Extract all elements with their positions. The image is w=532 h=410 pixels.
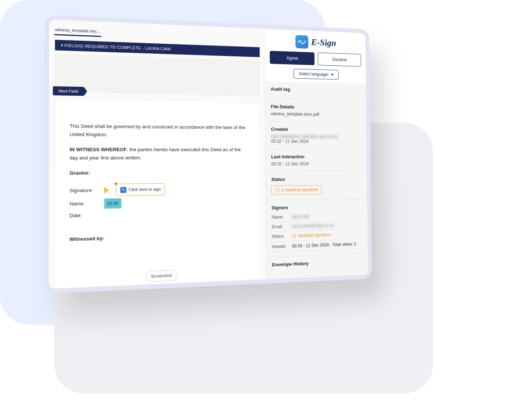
doc-paragraph: This Deed shall be governed by and const… [70, 122, 247, 139]
signer-viewed-value: 00:33 - 11 Dec 2024 - Total views: 2 [292, 239, 362, 251]
envelope-history-heading: Envelope History [272, 259, 362, 268]
screenshot-button[interactable]: Screenshot [145, 270, 178, 282]
created-heading: Created [271, 126, 361, 132]
signer-viewed-key: Viewed [272, 241, 292, 252]
field-arrow-icon [104, 187, 109, 193]
required-fields-banner: 4 FIELD(S) REQUIRED TO COMPLETE - LAURA … [55, 40, 260, 57]
signature-swoosh-icon [297, 39, 306, 45]
signers-heading: Signers [271, 204, 362, 211]
signature-field-button[interactable]: ✎ Click here to sign [116, 183, 165, 196]
date-label: Date: [69, 211, 98, 220]
agree-button[interactable]: Agree [270, 51, 314, 65]
doc-witness-line: IN WITNESS WHEREOF, the parties hereto h… [70, 145, 248, 162]
brand-name: E-Sign [311, 37, 336, 48]
signers-table: Name laura cain Email laura.cain@esign.c… [271, 211, 362, 252]
language-select[interactable]: Select language: [294, 69, 339, 79]
file-details-value: witness_template.docx.pdf [271, 111, 361, 117]
brand-logo-icon [296, 35, 309, 49]
language-select-label: Select language: [299, 71, 329, 77]
document-pane: witness_template.doc... 4 FIELD(S) REQUI… [49, 19, 266, 289]
signer-status-key: Status [272, 231, 292, 242]
previous-page-edge: Next Field [55, 54, 260, 96]
name-field-chip[interactable]: £2.00 [104, 198, 121, 209]
status-text: 1 Awaiting signature [282, 187, 318, 193]
signer-name-key: Name [271, 212, 292, 222]
signature-icon: ✎ [120, 187, 126, 193]
status-heading: Status [271, 176, 362, 182]
signer-status-value: Awaiting signature [292, 232, 331, 238]
witnessed-by-heading: Witnessed by: [69, 235, 104, 242]
audit-log-heading: Audit log [271, 86, 361, 93]
created-timestamp: 00:32 - 11 Dec 2024 [271, 139, 361, 144]
file-details-heading: File Details [271, 104, 361, 110]
signature-label: Signature: [70, 186, 98, 195]
sidebar: E-Sign Agree Decline Select language: Au… [265, 29, 368, 279]
clock-icon [275, 188, 280, 192]
created-by: Alex Waddelove (alex@e-sign.co.uk) [271, 134, 361, 139]
grantor-heading: Grantor: [70, 170, 90, 176]
document-tab[interactable]: witness_template.doc... [54, 26, 101, 37]
document-page: This Deed shall be governed by and const… [54, 99, 261, 289]
brand: E-Sign [265, 29, 365, 54]
clock-icon [292, 234, 296, 238]
required-dot-icon [115, 183, 117, 185]
chevron-down-icon [331, 74, 333, 75]
signer-email-key: Email [272, 222, 292, 232]
status-badge: 1 Awaiting signature [271, 185, 322, 195]
name-label: Name: [70, 200, 98, 209]
decline-button[interactable]: Decline [318, 52, 361, 66]
signature-button-label: Click here to sign [129, 186, 161, 193]
last-interaction-timestamp: 00:32 - 11 Dec 2024 [271, 161, 361, 167]
last-interaction-heading: Last Interaction [271, 154, 361, 160]
next-field-button[interactable]: Next Field [53, 86, 84, 96]
tablet-frame: witness_template.doc... 4 FIELD(S) REQUI… [44, 15, 372, 294]
